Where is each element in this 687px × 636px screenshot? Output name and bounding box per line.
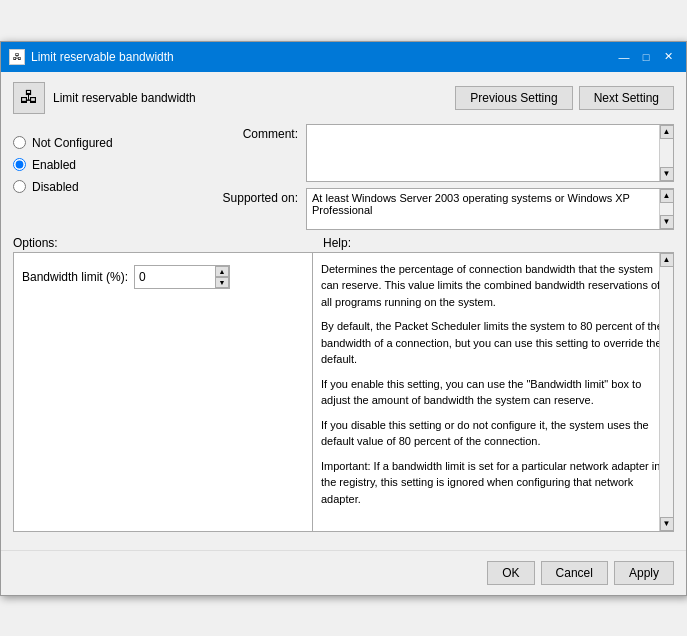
help-scroll-up[interactable]: ▲ (660, 253, 674, 267)
bandwidth-decrement[interactable]: ▼ (215, 277, 229, 288)
comment-scrollbar: ▲ ▼ (659, 125, 673, 181)
enabled-label: Enabled (32, 158, 76, 172)
options-col-label: Options: (13, 236, 313, 250)
ok-button[interactable]: OK (487, 561, 534, 585)
help-label: Help: (323, 236, 351, 250)
not-configured-radio[interactable] (13, 136, 26, 149)
supported-value-box: At least Windows Server 2003 operating s… (306, 188, 674, 230)
disabled-option[interactable]: Disabled (13, 180, 213, 194)
help-para-4: If you disable this setting or do not co… (321, 417, 665, 450)
previous-setting-button[interactable]: Previous Setting (455, 86, 572, 110)
titlebar-controls: — □ ✕ (614, 48, 678, 66)
disabled-label: Disabled (32, 180, 79, 194)
help-para-1: Determines the percentage of connection … (321, 261, 665, 311)
not-configured-label: Not Configured (32, 136, 113, 150)
maximize-button[interactable]: □ (636, 48, 656, 66)
bandwidth-label: Bandwidth limit (%): (22, 270, 128, 284)
bandwidth-spinner: ▲ ▼ (215, 266, 229, 288)
cancel-button[interactable]: Cancel (541, 561, 608, 585)
help-scroll-down[interactable]: ▼ (660, 517, 674, 531)
nav-buttons: Previous Setting Next Setting (455, 86, 674, 110)
comment-label: Comment: (213, 124, 298, 141)
header-row: 🖧 Limit reservable bandwidth Previous Se… (13, 82, 674, 114)
options-panel: Bandwidth limit (%): ▲ ▼ (13, 252, 313, 532)
main-window: 🖧 Limit reservable bandwidth — □ ✕ 🖧 Lim… (0, 41, 687, 596)
top-section: Not Configured Enabled Disabled Comm (13, 124, 674, 230)
supported-scroll-up[interactable]: ▲ (660, 189, 674, 203)
help-col-label: Help: (313, 236, 674, 250)
supported-scrollbar: ▲ ▼ (659, 189, 673, 229)
enabled-option[interactable]: Enabled (13, 158, 213, 172)
radio-panel: Not Configured Enabled Disabled (13, 124, 213, 230)
help-text: Determines the percentage of connection … (321, 261, 665, 508)
comment-scroll-down[interactable]: ▼ (660, 167, 674, 181)
policy-icon: 🖧 (13, 82, 45, 114)
help-para-3: If you enable this setting, you can use … (321, 376, 665, 409)
options-help-labels: Options: Help: (13, 236, 674, 250)
titlebar: 🖧 Limit reservable bandwidth — □ ✕ (1, 42, 686, 72)
comment-section: Comment: ▲ ▼ (213, 124, 674, 182)
next-setting-button[interactable]: Next Setting (579, 86, 674, 110)
content-area: 🖧 Limit reservable bandwidth Previous Se… (1, 72, 686, 542)
supported-value: At least Windows Server 2003 operating s… (312, 192, 630, 216)
bandwidth-input[interactable] (135, 268, 215, 286)
bandwidth-input-wrap: ▲ ▼ (134, 265, 230, 289)
minimize-button[interactable]: — (614, 48, 634, 66)
bandwidth-increment[interactable]: ▲ (215, 266, 229, 277)
supported-scroll-down[interactable]: ▼ (660, 215, 674, 229)
help-para-5: Important: If a bandwidth limit is set f… (321, 458, 665, 508)
policy-title: Limit reservable bandwidth (53, 91, 196, 105)
close-button[interactable]: ✕ (658, 48, 678, 66)
disabled-radio[interactable] (13, 180, 26, 193)
bandwidth-row: Bandwidth limit (%): ▲ ▼ (22, 265, 304, 289)
apply-button[interactable]: Apply (614, 561, 674, 585)
titlebar-left: 🖧 Limit reservable bandwidth (9, 49, 174, 65)
options-help-panels: Bandwidth limit (%): ▲ ▼ Determines the … (13, 252, 674, 532)
right-info-panel: Comment: ▲ ▼ Supported on: At least (213, 124, 674, 230)
window-icon: 🖧 (9, 49, 25, 65)
window-title: Limit reservable bandwidth (31, 50, 174, 64)
help-scrollbar: ▲ ▼ (659, 253, 673, 531)
enabled-radio[interactable] (13, 158, 26, 171)
comment-textarea[interactable] (307, 125, 659, 181)
not-configured-option[interactable]: Not Configured (13, 136, 213, 150)
help-para-2: By default, the Packet Scheduler limits … (321, 318, 665, 368)
radio-group: Not Configured Enabled Disabled (13, 124, 213, 202)
supported-label: Supported on: (213, 188, 298, 205)
policy-header: 🖧 Limit reservable bandwidth (13, 82, 196, 114)
supported-section: Supported on: At least Windows Server 20… (213, 188, 674, 230)
comment-scroll-up[interactable]: ▲ (660, 125, 674, 139)
help-panel: Determines the percentage of connection … (313, 252, 674, 532)
footer: OK Cancel Apply (1, 550, 686, 595)
options-label: Options: (13, 236, 58, 250)
